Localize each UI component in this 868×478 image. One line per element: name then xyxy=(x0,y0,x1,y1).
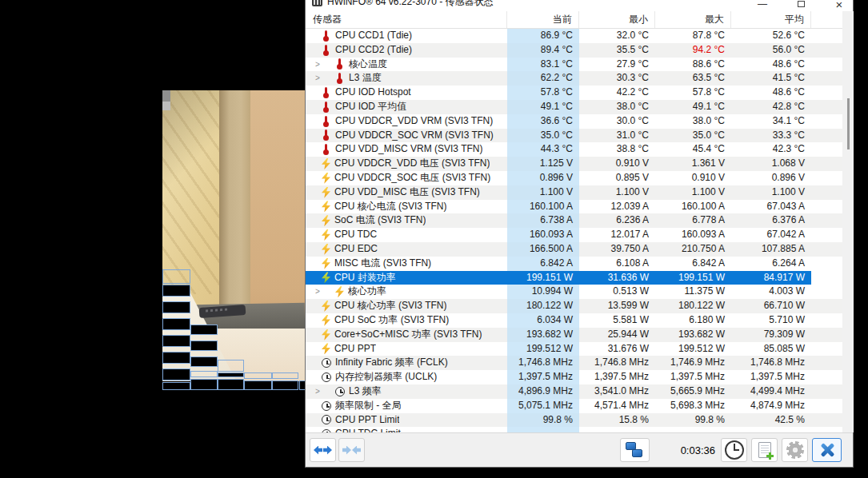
sensor-row[interactable]: 频率限制 - 全局5,075.1 MHz4,571.4 MHz5,698.3 M… xyxy=(306,399,842,413)
sensor-row[interactable]: CPU VDDCR_SOC VRM (SVI3 TFN)35.0 °C31.0 … xyxy=(306,129,842,143)
min-value: 13.599 W xyxy=(579,299,655,313)
sensor-row[interactable]: >核心温度83.1 °C27.9 °C88.6 °C48.6 °C xyxy=(306,58,842,72)
timer-button[interactable] xyxy=(721,438,747,462)
avg-value: 0.896 V xyxy=(731,171,811,185)
sensor-row[interactable]: CPU TDC Limit xyxy=(306,427,842,432)
scrollbar-thumb[interactable] xyxy=(847,98,850,149)
max-value: 99.8 % xyxy=(655,413,731,428)
remote-monitoring-button[interactable] xyxy=(620,438,650,462)
expand-chevron-icon[interactable]: > xyxy=(315,58,335,72)
column-header-minimum[interactable]: 最小 xyxy=(579,11,655,28)
min-value: 31.0 °C xyxy=(579,129,655,143)
sensor-row[interactable]: CPU IOD 平均值49.1 °C38.0 °C49.1 °C42.8 °C xyxy=(306,100,842,114)
sensor-row[interactable]: CPU SoC 功率 (SVI3 TFN)6.034 W5.581 W6.180… xyxy=(306,313,842,328)
cur-value: 35.0 °C xyxy=(507,129,579,143)
sensor-row[interactable]: CPU CCD2 (Tdie)89.4 °C35.5 °C94.2 °C56.0… xyxy=(306,43,842,58)
report-add-icon xyxy=(758,442,771,458)
settings-button[interactable] xyxy=(782,438,808,462)
expand-columns-button[interactable] xyxy=(310,438,336,462)
expand-chevron-icon[interactable]: > xyxy=(315,384,335,399)
report-button[interactable] xyxy=(751,438,778,462)
expand-chevron-icon[interactable]: > xyxy=(315,285,335,299)
sensor-name-cell: CPU VDD_MISC 电压 (SVI3 TFN) xyxy=(306,185,507,200)
sensor-row[interactable]: CPU 核心功率 (SVI3 TFN)180.122 W13.599 W180.… xyxy=(306,299,842,313)
sensor-row[interactable]: >L3 温度62.2 °C30.3 °C63.5 °C41.5 °C xyxy=(306,71,842,86)
sensor-name-cell: SoC 电流 (SVI3 TFN) xyxy=(306,213,507,228)
sensor-row[interactable]: CPU PPT199.512 W31.676 W199.512 W85.085 … xyxy=(306,342,842,357)
sensor-name-cell: Infinity Fabric 频率 (FCLK) xyxy=(306,356,507,370)
sensor-row[interactable]: CPU VDDCR_SOC 电压 (SVI3 TFN)0.896 V0.895 … xyxy=(306,171,842,185)
vertical-scrollbar[interactable] xyxy=(842,11,854,432)
thermometer-icon xyxy=(322,87,331,98)
sensor-row[interactable]: CPU IOD Hotspot57.8 °C42.2 °C57.8 °C48.6… xyxy=(306,86,842,100)
max-value: 63.5 °C xyxy=(655,71,731,86)
row-filler xyxy=(811,299,842,313)
window-title: HWiNFO® 64 v6.22-3070 - 传感器状态 xyxy=(327,0,494,9)
row-filler xyxy=(811,86,842,100)
column-header-current[interactable]: 当前 xyxy=(507,11,579,28)
sensor-row[interactable]: MISC 电流 (SVI3 TFN)6.842 A6.108 A6.842 A6… xyxy=(306,257,842,271)
thermometer-icon xyxy=(335,73,345,84)
maximize-button[interactable] xyxy=(795,0,806,10)
maximize-icon xyxy=(798,1,805,7)
close-sensors-button[interactable] xyxy=(812,438,842,462)
sensor-row[interactable]: CPU CCD1 (Tdie)86.9 °C32.0 °C87.8 °C52.6… xyxy=(306,29,842,43)
sensor-row[interactable]: CPU TDC160.093 A12.017 A160.093 A67.042 … xyxy=(306,228,842,242)
cur-value: 86.9 °C xyxy=(507,29,579,43)
row-filler xyxy=(811,228,842,242)
max-value: 1.100 V xyxy=(655,185,731,200)
sensor-row[interactable]: CPU VDD_MISC 电压 (SVI3 TFN)1.100 V1.100 V… xyxy=(306,185,842,200)
max-value: 57.8 °C xyxy=(655,86,731,100)
min-value: 38.8 °C xyxy=(579,142,655,157)
sensor-name: CPU VDDCR_SOC VRM (SVI3 TFN) xyxy=(335,129,494,143)
sensor-row[interactable]: Infinity Fabric 频率 (FCLK)1,746.8 MHz1,74… xyxy=(306,356,842,370)
sensor-row[interactable]: >核心功率10.994 W0.513 W11.375 W4.003 W xyxy=(306,285,842,299)
sensor-row[interactable]: >L3 频率4,896.9 MHz3,541.0 MHz5,665.9 MHz4… xyxy=(306,384,842,399)
overlay-box xyxy=(162,318,190,330)
close-button[interactable]: × xyxy=(834,0,845,11)
sensor-row[interactable]: 内存控制器频率 (UCLK)1,397.5 MHz1,397.5 MHz1,39… xyxy=(306,370,842,384)
collapse-columns-button[interactable] xyxy=(338,438,365,462)
sensor-row[interactable]: SoC 电流 (SVI3 TFN)6.738 A6.236 A6.778 A6.… xyxy=(306,213,842,228)
expand-chevron-icon[interactable]: > xyxy=(315,71,335,86)
lightning-icon xyxy=(322,201,330,212)
title-bar[interactable]: HWiNFO® 64 v6.22-3070 - 传感器状态 — × xyxy=(306,0,853,11)
max-value: 88.6 °C xyxy=(655,58,731,72)
cur-value: 6.738 A xyxy=(507,213,579,228)
avg-value: 4,874.9 MHz xyxy=(731,399,811,413)
overlay-box xyxy=(190,371,218,377)
table-header: 传感器 当前 最小 最大 平均 xyxy=(306,11,842,29)
min-value: 38.0 °C xyxy=(579,100,655,114)
sensor-name: CPU 核心电流 (SVI3 TFN) xyxy=(334,200,446,214)
sensor-row[interactable]: Core+SoC+MISC 功率 (SVI3 TFN)193.682 W25.9… xyxy=(306,328,842,342)
sensor-row[interactable]: CPU 核心电流 (SVI3 TFN)160.100 A12.039 A160.… xyxy=(306,200,842,214)
row-filler xyxy=(811,157,842,171)
min-value: 42.2 °C xyxy=(579,86,655,100)
row-filler xyxy=(811,285,842,299)
thermometer-icon xyxy=(322,129,331,141)
avg-value: 6.264 A xyxy=(731,257,811,271)
sensor-name: Core+SoC+MISC 功率 (SVI3 TFN) xyxy=(334,328,482,342)
min-value: 32.0 °C xyxy=(579,29,655,43)
overlay-box xyxy=(162,352,190,364)
max-value: 1.361 V xyxy=(655,157,731,171)
minimize-button[interactable]: — xyxy=(757,0,768,10)
sensor-row[interactable]: CPU 封装功率199.151 W31.636 W199.151 W84.917… xyxy=(306,271,842,285)
min-value: 12.039 A xyxy=(579,200,655,214)
column-header-average[interactable]: 平均 xyxy=(731,11,811,28)
sensor-row[interactable]: CPU EDC166.500 A39.750 A210.750 A107.885… xyxy=(306,242,842,257)
sensor-row[interactable]: CPU VDDCR_VDD 电压 (SVI3 TFN)1.125 V0.910 … xyxy=(306,157,842,171)
avg-value: 48.6 °C xyxy=(731,58,811,72)
sensor-row[interactable]: CPU PPT Limit99.8 %15.8 %99.8 %42.5 % xyxy=(306,413,842,428)
sensor-name-cell: CPU VDDCR_SOC 电压 (SVI3 TFN) xyxy=(306,171,507,185)
sensor-row[interactable]: CPU VDD_MISC VRM (SVI3 TFN)44.3 °C38.8 °… xyxy=(306,142,842,157)
sensor-name-cell: >L3 频率 xyxy=(306,384,507,399)
sensor-row[interactable]: CPU VDDCR_VDD VRM (SVI3 TFN)36.6 °C30.0 … xyxy=(306,114,842,129)
min-value xyxy=(579,427,655,432)
avg-value: 42.8 °C xyxy=(731,100,811,114)
column-header-sensor[interactable]: 传感器 xyxy=(306,11,507,28)
max-value: 0.910 V xyxy=(655,171,731,185)
column-header-maximum[interactable]: 最大 xyxy=(655,11,731,28)
row-filler xyxy=(811,200,842,214)
avg-value: 67.043 A xyxy=(731,200,811,214)
